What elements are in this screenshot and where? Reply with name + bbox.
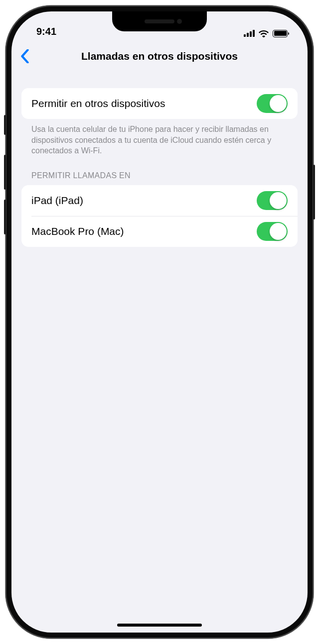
page-title: Llamadas en otros dispositivos: [11, 50, 308, 62]
navigation-bar: Llamadas en otros dispositivos: [11, 40, 308, 72]
cellular-signal-icon: [244, 30, 255, 37]
device-label: MacBook Pro (Mac): [31, 225, 124, 237]
status-time: 9:41: [36, 26, 56, 37]
allow-other-devices-row: Permitir en otros dispositivos: [21, 88, 298, 119]
back-button[interactable]: [20, 45, 35, 67]
home-indicator[interactable]: [117, 624, 202, 627]
device-row-macbook: MacBook Pro (Mac): [21, 216, 298, 247]
device-label: iPad (iPad): [31, 195, 83, 207]
allow-other-devices-description: Usa la cuenta celular de tu iPhone para …: [21, 119, 298, 156]
device-toggle-ipad[interactable]: [257, 191, 288, 210]
device-row-ipad: iPad (iPad): [21, 185, 298, 216]
notch: [112, 11, 207, 31]
wifi-icon: [259, 29, 269, 37]
devices-section-header: PERMITIR LLAMADAS EN: [21, 156, 298, 185]
battery-icon: [273, 30, 288, 37]
phone-frame: 9:41 Llamadas en otros dispositivos: [5, 5, 314, 639]
device-toggle-macbook[interactable]: [257, 222, 288, 241]
screen: 9:41 Llamadas en otros dispositivos: [11, 11, 308, 633]
allow-other-devices-label: Permitir en otros dispositivos: [31, 98, 165, 109]
allow-other-devices-toggle[interactable]: [257, 94, 288, 113]
